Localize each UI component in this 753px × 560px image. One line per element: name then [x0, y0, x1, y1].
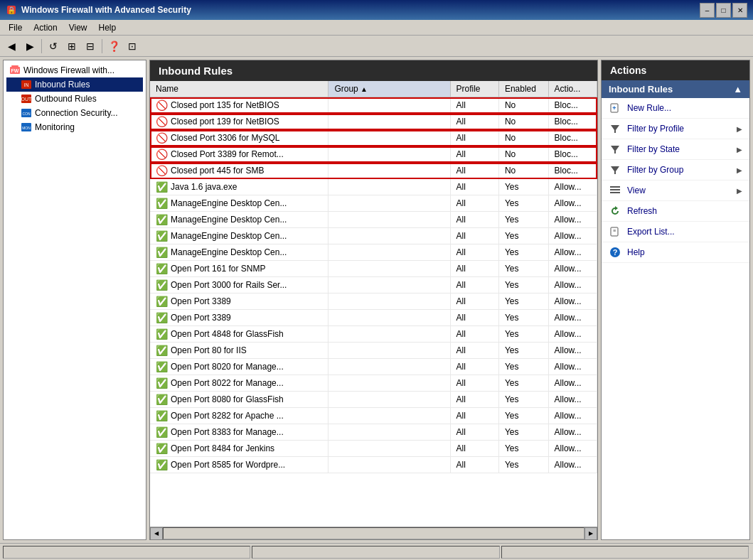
tree-item-connection[interactable]: CON Connection Security...	[6, 106, 143, 120]
title-bar-left: 🔒 Windows Firewall with Advanced Securit…	[6, 4, 191, 16]
action-help[interactable]: ? Help	[602, 242, 749, 263]
table-row[interactable]: ✅ Open Port 8080 for GlassFish All Yes A…	[150, 392, 597, 408]
tree-item-inbound[interactable]: IN Inbound Rules	[6, 77, 143, 92]
rule-group	[329, 441, 450, 457]
rule-name-cell: ✅ Open Port 8484 for Jenkins	[150, 441, 329, 457]
menu-action[interactable]: Action	[28, 21, 63, 34]
tree-inbound-label: Inbound Rules	[35, 80, 90, 90]
col-header-enabled[interactable]: Enabled	[498, 81, 548, 97]
table-row[interactable]: 🚫 Closed Port 3389 for Remot... All No B…	[150, 146, 597, 163]
table-row[interactable]: ✅ Open Port 8585 for Wordpre... All Yes …	[150, 457, 597, 473]
back-button[interactable]: ◀	[3, 38, 20, 55]
col-header-action[interactable]: Actio...	[548, 81, 597, 97]
table-row[interactable]: ✅ ManageEngine Desktop Cen... All Yes Al…	[150, 195, 597, 212]
minimize-button[interactable]: –	[700, 3, 715, 18]
rule-enabled: Yes	[498, 424, 548, 441]
table-row[interactable]: ✅ Open Port 8022 for Manage... All Yes A…	[150, 375, 597, 392]
rule-name: Open Port 3000 for Rails Ser...	[171, 280, 287, 290]
rule-action: Allow...	[548, 441, 597, 457]
rule-enabled: No	[498, 163, 548, 179]
rule-group	[329, 130, 450, 146]
rule-group	[329, 228, 450, 244]
close-button[interactable]: ✕	[732, 3, 747, 18]
tree-item-root[interactable]: FW Windows Firewall with...	[6, 63, 143, 77]
menu-bar: File Action View Help	[0, 20, 753, 36]
forward-button[interactable]: ▶	[21, 38, 38, 55]
rule-action: Allow...	[548, 392, 597, 408]
col-header-name[interactable]: Name	[150, 81, 329, 97]
rule-profile: All	[450, 457, 498, 473]
menu-help[interactable]: Help	[93, 21, 122, 34]
action-view[interactable]: View ▶	[602, 181, 749, 201]
table-row[interactable]: 🚫 Closed port 139 for NetBIOS All No Blo…	[150, 114, 597, 130]
action-export-list[interactable]: ≡ Export List...	[602, 222, 749, 242]
export-toolbar-button[interactable]: ⊡	[124, 38, 141, 55]
table-row[interactable]: ✅ Open Port 161 for SNMP All Yes Allow..…	[150, 261, 597, 277]
show-hide-button[interactable]: ⊞	[63, 38, 80, 55]
rule-name: Java 1.6 java.exe	[171, 182, 237, 192]
rule-name: Open Port 8585 for Wordpre...	[171, 460, 285, 470]
table-row[interactable]: 🚫 Closed port 445 for SMB All No Bloc...	[150, 163, 597, 179]
table-row[interactable]: ✅ ManageEngine Desktop Cen... All Yes Al…	[150, 212, 597, 228]
properties-button[interactable]: ⊟	[82, 38, 99, 55]
scroll-left-btn[interactable]: ◀	[150, 527, 163, 540]
outbound-icon: OUT	[21, 93, 32, 104]
maximize-button[interactable]: □	[716, 3, 731, 18]
rules-table-container[interactable]: Name Group ▲ Profile Enabled Actio... 🚫 …	[150, 81, 597, 527]
status-bar	[0, 543, 753, 560]
rule-name-cell: ✅ Open Port 8282 for Apache ...	[150, 408, 329, 424]
action-filter-state[interactable]: Filter by State ▶	[602, 139, 749, 160]
table-row[interactable]: ✅ Open Port 8020 for Manage... All Yes A…	[150, 359, 597, 375]
table-row[interactable]: 🚫 Closed Port 3306 for MySQL All No Bloc…	[150, 130, 597, 146]
allow-icon: ✅	[156, 345, 168, 356]
scroll-right-btn[interactable]: ▶	[584, 527, 597, 540]
table-row[interactable]: ✅ Open Port 3389 All Yes Allow...	[150, 310, 597, 326]
horizontal-scrollbar[interactable]: ◀ ▶	[150, 527, 597, 539]
table-row[interactable]: ✅ Open Port 3389 All Yes Allow...	[150, 294, 597, 310]
menu-file[interactable]: File	[3, 21, 28, 34]
svg-marker-16	[611, 146, 619, 154]
action-filter-profile[interactable]: Filter by Profile ▶	[602, 119, 749, 139]
col-header-group[interactable]: Group ▲	[329, 81, 450, 97]
rule-group	[329, 310, 450, 326]
filter-profile-label: Filter by Profile	[627, 124, 684, 134]
table-row[interactable]: ✅ Java 1.6 java.exe All Yes Allow...	[150, 179, 597, 195]
allow-icon: ✅	[156, 312, 168, 323]
rule-name-cell: ✅ ManageEngine Desktop Cen...	[150, 212, 329, 228]
table-row[interactable]: ✅ Open Port 80 for IIS All Yes Allow...	[150, 343, 597, 359]
action-new-rule[interactable]: + New Rule...	[602, 98, 749, 119]
scroll-track[interactable]	[163, 527, 584, 539]
table-row[interactable]: ✅ Open Port 8383 for Manage... All Yes A…	[150, 424, 597, 441]
rule-profile: All	[450, 163, 498, 179]
tree-item-monitoring[interactable]: MON Monitoring	[6, 120, 143, 134]
rule-action: Allow...	[548, 457, 597, 473]
table-row[interactable]: ✅ Open Port 3000 for Rails Ser... All Ye…	[150, 277, 597, 294]
table-row[interactable]: ✅ Open Port 8484 for Jenkins All Yes All…	[150, 441, 597, 457]
table-row[interactable]: 🚫 Closed port 135 for NetBIOS All No Blo…	[150, 97, 597, 114]
menu-view[interactable]: View	[63, 21, 93, 34]
action-refresh[interactable]: Refresh	[602, 201, 749, 222]
tree-root-label: Windows Firewall with...	[23, 65, 114, 75]
rule-name: ManageEngine Desktop Cen...	[171, 198, 287, 208]
submenu-arrow: ▶	[737, 146, 742, 154]
rule-name-cell: 🚫 Closed Port 3389 for Remot...	[150, 146, 329, 163]
rule-name-cell: ✅ Open Port 161 for SNMP	[150, 261, 329, 277]
rule-name: ManageEngine Desktop Cen...	[171, 247, 287, 257]
table-row[interactable]: ✅ Open Port 4848 for GlassFish All Yes A…	[150, 326, 597, 343]
table-row[interactable]: ✅ ManageEngine Desktop Cen... All Yes Al…	[150, 228, 597, 244]
tree-item-outbound[interactable]: OUT Outbound Rules	[6, 92, 143, 106]
rule-name: Open Port 4848 for GlassFish	[171, 329, 284, 339]
submenu-arrow: ▶	[737, 187, 742, 195]
rule-profile: All	[450, 310, 498, 326]
table-row[interactable]: ✅ ManageEngine Desktop Cen... All Yes Al…	[150, 244, 597, 261]
action-filter-group[interactable]: Filter by Group ▶	[602, 160, 749, 181]
help-toolbar-button[interactable]: ❓	[105, 38, 122, 55]
rule-name-cell: ✅ Open Port 80 for IIS	[150, 343, 329, 359]
rule-action: Allow...	[548, 294, 597, 310]
rule-name: Open Port 8282 for Apache ...	[171, 411, 284, 421]
rule-group	[329, 392, 450, 408]
refresh-toolbar-button[interactable]: ↺	[45, 38, 62, 55]
col-header-profile[interactable]: Profile	[450, 81, 498, 97]
table-row[interactable]: ✅ Open Port 8282 for Apache ... All Yes …	[150, 408, 597, 424]
allow-icon: ✅	[156, 247, 168, 258]
